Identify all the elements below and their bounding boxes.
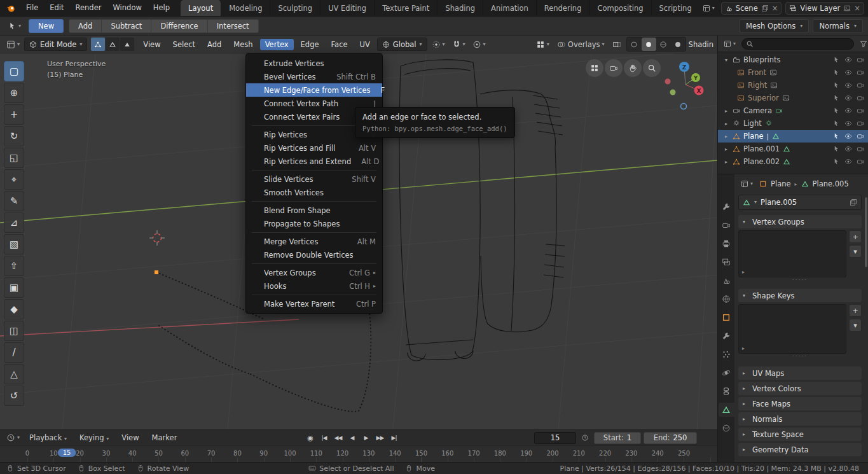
tool-bevel[interactable]: ◆ [4, 299, 24, 319]
new-view-layer-icon[interactable] [843, 4, 851, 12]
mesh-options-dropdown[interactable]: Mesh Options▾ [740, 19, 809, 33]
workspace-tab-scripting[interactable]: Scripting [652, 0, 696, 16]
wireframe-shading-button[interactable] [627, 38, 642, 51]
menu-item-hooks[interactable]: HooksCtrl H▸ [246, 279, 382, 293]
hide-icon[interactable] [844, 56, 852, 64]
scene-selector[interactable]: Scene × [721, 2, 782, 15]
menu-render[interactable]: Render [70, 0, 107, 16]
vertex-groups-list[interactable]: ▸ [738, 230, 846, 277]
pivot-point-button[interactable]: ▾ [429, 38, 448, 51]
tab-view-layer[interactable] [719, 255, 734, 269]
selectable-icon[interactable] [832, 145, 840, 153]
render-visibility-icon[interactable] [857, 94, 864, 102]
render-visibility-icon[interactable] [857, 69, 864, 76]
play-button[interactable]: ▶ [360, 432, 372, 443]
selectable-icon[interactable] [832, 120, 840, 127]
fake-user-icon[interactable] [850, 199, 857, 206]
menu-item-smooth-vertices[interactable]: Smooth Vertices [246, 186, 382, 199]
hide-icon[interactable] [844, 81, 852, 89]
workspace-options-button[interactable]: ▾ [700, 3, 717, 14]
tool-spin[interactable]: ↺ [4, 386, 24, 406]
face-select-mode-button[interactable] [120, 38, 134, 51]
select-mode-new-button[interactable]: New [29, 19, 64, 33]
hide-icon[interactable] [844, 158, 852, 165]
menu-item-bevel-vertices[interactable]: Bevel VerticesShift Ctrl B [246, 70, 382, 83]
outliner-row-blueprints[interactable]: ▾ Blueprints [718, 53, 868, 66]
menu-playback[interactable]: Playback ▾ [24, 433, 72, 442]
workspace-tab-animation[interactable]: Animation [483, 0, 537, 16]
active-vertex[interactable] [155, 270, 158, 274]
pan-view-icon[interactable] [624, 59, 642, 77]
mesh-name-field[interactable]: ▾ [738, 195, 862, 210]
next-keyframe-button[interactable]: ▶▶ [374, 432, 386, 443]
menu-item-merge-vertices[interactable]: Merge VerticesAlt M [246, 235, 382, 248]
zoom-view-icon[interactable] [643, 59, 661, 77]
outliner-row-plane[interactable]: ▸ Plane| [718, 130, 868, 143]
hide-icon[interactable] [844, 107, 852, 115]
search-input[interactable] [757, 39, 850, 48]
show-gizmo-button[interactable]: ▾ [534, 38, 552, 51]
tab-physics[interactable] [719, 366, 734, 380]
tab-material[interactable] [719, 421, 734, 435]
proportional-editing-button[interactable]: ▾ [470, 38, 488, 51]
list-filter-expander[interactable]: ▸ [742, 345, 745, 351]
menu-face[interactable]: Face [326, 39, 353, 50]
hide-icon[interactable] [844, 145, 852, 153]
active-tool-icon[interactable]: ▾ [5, 20, 24, 32]
menu-item-new-edge-face-from-vertices[interactable]: New Edge/Face from VerticesF [246, 83, 382, 97]
tool-rotate[interactable]: ↻ [4, 126, 24, 146]
menu-item-propagate-to-shapes[interactable]: Propagate to Shapes [246, 217, 382, 230]
menu-uv[interactable]: UV [355, 39, 375, 50]
select-mode-intersect-button[interactable]: Intersect [208, 19, 259, 33]
tool-measure[interactable]: ⊿ [4, 213, 24, 233]
menu-item-vertex-groups[interactable]: Vertex GroupsCtrl G▸ [246, 266, 382, 279]
frame-end-field[interactable]: End:250 [644, 432, 697, 444]
selectable-icon[interactable] [832, 69, 840, 76]
tool-transform[interactable]: ⌖ [4, 169, 24, 190]
menu-mesh[interactable]: Mesh [228, 39, 258, 50]
render-visibility-icon[interactable] [857, 107, 864, 115]
tool-move[interactable]: + [4, 104, 24, 125]
menu-item-rip-vertices-and-fill[interactable]: Rip Vertices and FillAlt V [246, 141, 382, 155]
material-shading-button[interactable] [656, 38, 671, 51]
timeline-ruler[interactable]: 15 0102030405060708090100110120130140150… [0, 445, 717, 462]
normals-dropdown[interactable]: Normals▾ [813, 19, 863, 33]
menu-item-remove-double-vertices[interactable]: Remove Double Vertices [246, 248, 382, 261]
shading-label[interactable]: Shadin [689, 40, 713, 49]
jump-to-end-button[interactable]: ▶| [388, 432, 400, 443]
transform-orientation-selector[interactable]: Global ▾ [377, 38, 427, 51]
current-frame-field[interactable]: 15 [534, 432, 576, 444]
vertex-group-specials-button[interactable]: ▾ [849, 245, 862, 258]
shape-key-specials-button[interactable]: ▾ [849, 319, 862, 331]
workspace-tab-shading[interactable]: Shading [437, 0, 483, 16]
blender-logo-icon[interactable] [1, 4, 20, 13]
new-scene-icon[interactable] [761, 4, 769, 12]
hide-icon[interactable] [844, 69, 852, 76]
panel-uv-maps-header[interactable]: ▸ UV Maps [738, 366, 862, 380]
selectable-icon[interactable] [832, 94, 840, 102]
selectable-icon[interactable] [832, 81, 840, 89]
tab-modifiers[interactable] [719, 329, 734, 343]
nav-gizmo[interactable]: Z Y X [665, 62, 704, 109]
breadcrumb-data[interactable]: Plane.005 [813, 179, 849, 188]
menu-marker[interactable]: Marker [146, 433, 183, 442]
menu-timeline-view[interactable]: View [116, 433, 144, 442]
menu-item-extrude-vertices[interactable]: Extrude Vertices [246, 57, 382, 70]
menu-file[interactable]: File [20, 0, 44, 16]
unlink-scene-icon[interactable]: × [772, 4, 778, 13]
jump-to-start-button[interactable]: |◀ [318, 432, 330, 443]
editor-type-button[interactable]: ▾ [4, 38, 22, 51]
overlays-button[interactable]: Overlays▾ [555, 38, 607, 51]
xray-toggle-button[interactable] [610, 38, 624, 51]
selectable-icon[interactable] [832, 107, 840, 115]
shape-key-add-button[interactable]: + [849, 304, 862, 317]
edge-select-mode-button[interactable] [106, 38, 120, 51]
menu-select[interactable]: Select [168, 39, 200, 50]
workspace-tab-compositing[interactable]: Compositing [589, 0, 651, 16]
menu-vertex[interactable]: Vertex [260, 39, 294, 50]
properties-editor-type-button[interactable]: ▾ [738, 178, 755, 190]
outliner-row-plane-002[interactable]: ▸ Plane.002 [718, 155, 868, 168]
render-visibility-icon[interactable] [857, 56, 864, 64]
tool-annotate[interactable]: ✎ [4, 191, 24, 211]
select-mode-add-button[interactable]: Add [69, 19, 102, 33]
